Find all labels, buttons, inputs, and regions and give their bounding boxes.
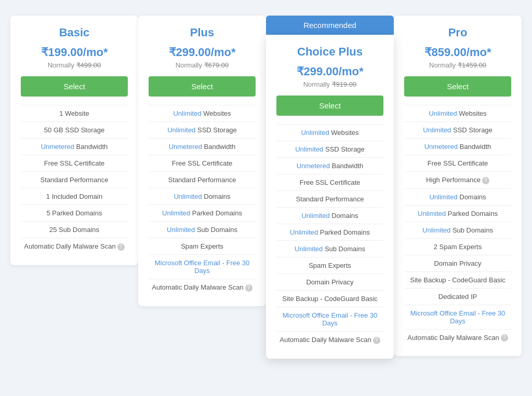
plan-card-pro: Pro₹859.00/mo*Normally ₹1459.00SelectUnl… bbox=[394, 16, 522, 356]
list-item: Standard Performance bbox=[276, 190, 383, 207]
select-button-plus[interactable]: Select bbox=[149, 76, 256, 97]
list-item: Automatic Daily Malware Scan? bbox=[21, 238, 128, 255]
list-item: Unmetered Bandwidth bbox=[21, 138, 128, 155]
plan-card-basic: Basic₹199.00/mo*Normally ₹499.00Select1 … bbox=[10, 16, 138, 265]
list-item: Microsoft Office Email - Free 30 Days bbox=[404, 305, 511, 329]
list-item: Unlimited SSD Storage bbox=[276, 141, 383, 157]
list-item: Free SSL Certificate bbox=[21, 155, 128, 171]
info-icon: ? bbox=[482, 177, 489, 184]
list-item: Unlimited Websites bbox=[149, 105, 256, 121]
plan-original-price-plus: Normally ₹679.00 bbox=[149, 61, 256, 69]
plan-name-plus: Plus bbox=[149, 26, 256, 39]
plan-wrapper-pro: Pro₹859.00/mo*Normally ₹1459.00SelectUnl… bbox=[394, 16, 522, 356]
plan-card-choice-plus: Choice Plus₹299.00/mo*Normally ₹919.00Se… bbox=[266, 35, 394, 359]
list-item: Spam Experts bbox=[276, 257, 383, 274]
info-icon: ? bbox=[501, 334, 508, 342]
plan-card-plus: Plus₹299.00/mo*Normally ₹679.00SelectUnl… bbox=[138, 16, 266, 306]
list-item: Unlimited Parked Domains bbox=[404, 205, 511, 222]
list-item: Free SSL Certificate bbox=[276, 174, 383, 190]
list-item: Microsoft Office Email - Free 30 Days bbox=[149, 254, 256, 279]
list-item: Unmetered Bandwidth bbox=[149, 138, 256, 155]
list-item: Dedicated IP bbox=[404, 288, 511, 305]
plan-wrapper-plus: Plus₹299.00/mo*Normally ₹679.00SelectUnl… bbox=[138, 16, 266, 306]
list-item: Unlimited Domains bbox=[404, 188, 511, 205]
list-item: Unlimited Websites bbox=[404, 105, 511, 121]
list-item: Unmetered Bandwidth bbox=[276, 157, 383, 174]
list-item: Domain Privacy bbox=[404, 255, 511, 271]
features-list-choice-plus: Unlimited WebsitesUnlimited SSD StorageU… bbox=[276, 124, 383, 348]
list-item: 1 Website bbox=[21, 105, 128, 121]
list-item: Unlimited Domains bbox=[276, 207, 383, 224]
list-item: 1 Included Domain bbox=[21, 188, 128, 204]
plan-name-basic: Basic bbox=[21, 26, 128, 39]
features-list-basic: 1 Website50 GB SSD StorageUnmetered Band… bbox=[21, 105, 128, 255]
list-item: Unlimited Parked Domains bbox=[149, 204, 256, 221]
info-icon: ? bbox=[373, 337, 380, 344]
list-item: High Performance? bbox=[404, 171, 511, 188]
plan-name-pro: Pro bbox=[404, 26, 511, 39]
info-icon: ? bbox=[245, 284, 252, 292]
list-item: Free SSL Certificate bbox=[404, 155, 511, 171]
plan-price-basic: ₹199.00/mo* bbox=[21, 46, 128, 59]
list-item: 2 Spam Experts bbox=[404, 238, 511, 255]
plans-container: Basic₹199.00/mo*Normally ₹499.00Select1 … bbox=[10, 10, 522, 359]
plan-wrapper-choice-plus: RecommendedChoice Plus₹299.00/mo*Normall… bbox=[266, 16, 394, 359]
list-item: Automatic Daily Malware Scan? bbox=[149, 279, 256, 296]
list-item: Unlimited SSD Storage bbox=[404, 121, 511, 138]
list-item: 50 GB SSD Storage bbox=[21, 121, 128, 138]
list-item: Spam Experts bbox=[149, 238, 256, 254]
list-item: Standard Performance bbox=[149, 171, 256, 188]
list-item: Unlimited Websites bbox=[276, 124, 383, 141]
info-icon: ? bbox=[117, 243, 125, 251]
list-item: 25 Sub Domains bbox=[21, 221, 128, 238]
list-item: Free SSL Certificate bbox=[149, 155, 256, 171]
list-item: Automatic Daily Malware Scan? bbox=[276, 331, 383, 348]
plan-original-price-basic: Normally ₹499.00 bbox=[21, 61, 128, 69]
list-item: Unlimited Sub Domains bbox=[149, 221, 256, 238]
list-item: Standard Performance bbox=[21, 171, 128, 188]
list-item: 5 Parked Domains bbox=[21, 204, 128, 221]
select-button-basic[interactable]: Select bbox=[21, 76, 128, 97]
list-item: Unlimited Domains bbox=[149, 188, 256, 204]
plan-price-choice-plus: ₹299.00/mo* bbox=[276, 65, 383, 78]
features-list-plus: Unlimited WebsitesUnlimited SSD StorageU… bbox=[149, 105, 256, 296]
recommended-badge: Recommended bbox=[266, 16, 394, 35]
select-button-choice-plus[interactable]: Select bbox=[276, 95, 383, 116]
list-item: Automatic Daily Malware Scan? bbox=[404, 329, 511, 346]
plan-price-plus: ₹299.00/mo* bbox=[149, 46, 256, 59]
plan-original-price-choice-plus: Normally ₹919.00 bbox=[276, 80, 383, 88]
list-item: Unmetered Bandwidth bbox=[404, 138, 511, 155]
list-item: Domain Privacy bbox=[276, 274, 383, 290]
list-item: Unlimited Sub Domains bbox=[404, 222, 511, 238]
list-item: Site Backup - CodeGuard Basic bbox=[404, 271, 511, 288]
list-item: Unlimited Parked Domains bbox=[276, 224, 383, 240]
list-item: Microsoft Office Email - Free 30 Days bbox=[276, 307, 383, 331]
plan-price-pro: ₹859.00/mo* bbox=[404, 46, 511, 59]
list-item: Unlimited SSD Storage bbox=[149, 121, 256, 138]
features-list-pro: Unlimited WebsitesUnlimited SSD StorageU… bbox=[404, 105, 511, 346]
list-item: Unlimited Sub Domains bbox=[276, 240, 383, 257]
list-item: Site Backup - CodeGuard Basic bbox=[276, 290, 383, 307]
plan-original-price-pro: Normally ₹1459.00 bbox=[404, 61, 511, 69]
select-button-pro[interactable]: Select bbox=[404, 76, 511, 97]
plan-name-choice-plus: Choice Plus bbox=[276, 45, 383, 59]
plan-wrapper-basic: Basic₹199.00/mo*Normally ₹499.00Select1 … bbox=[10, 16, 138, 265]
